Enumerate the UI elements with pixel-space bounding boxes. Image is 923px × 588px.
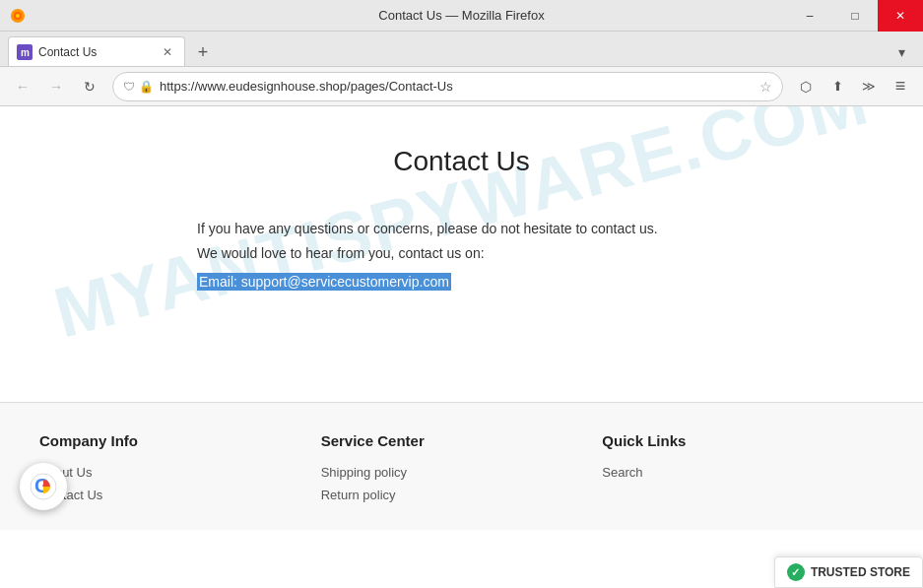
trusted-store-badge[interactable]: ✓ TRUSTED STORE: [774, 556, 923, 588]
extensions-button[interactable]: ≫: [854, 72, 884, 101]
footer-link-return[interactable]: Return policy: [321, 488, 603, 502]
page-title: Contact Us: [197, 146, 726, 177]
pocket-button[interactable]: ⬡: [791, 72, 821, 101]
toolbar: ← → ↻ 🛡 🔒 ☆ ⬡ ⬆ ≫ ≡: [0, 67, 923, 106]
tab-bar-right: ▾: [888, 38, 915, 66]
tab-favicon: m: [17, 44, 33, 60]
address-icons: 🛡 🔒: [123, 80, 154, 94]
trusted-check-icon: ✓: [787, 563, 805, 581]
footer-link-contact[interactable]: Contact Us: [39, 488, 321, 502]
email-link[interactable]: Email: support@servicecustomervip.com: [197, 273, 451, 291]
forward-button[interactable]: →: [41, 72, 71, 101]
main-content: Contact Us If you have any questions or …: [0, 106, 923, 402]
google-assistant-bubble[interactable]: G: [20, 463, 67, 510]
shield-icon: 🛡: [123, 80, 135, 94]
reload-button[interactable]: ↻: [75, 72, 104, 101]
footer-col-company: Company Info About Us Contact Us: [39, 432, 321, 510]
webpage: MYANTISPYWARE.COM Contact Us If you have…: [0, 106, 923, 588]
footer-link-search[interactable]: Search: [602, 465, 884, 480]
trusted-store-label: TRUSTED STORE: [811, 565, 910, 579]
share-button[interactable]: ⬆: [823, 72, 852, 101]
close-button[interactable]: ✕: [878, 0, 923, 32]
footer: Company Info About Us Contact Us Service…: [0, 402, 923, 530]
tab-list-button[interactable]: ▾: [888, 38, 915, 66]
window-controls: – □ ✕: [787, 0, 923, 31]
tab-title: Contact Us: [38, 45, 159, 59]
footer-col1-title: Company Info: [39, 432, 321, 449]
footer-link-shipping[interactable]: Shipping policy: [321, 465, 603, 480]
lock-icon: 🔒: [139, 80, 154, 94]
back-button[interactable]: ←: [8, 72, 37, 101]
address-right-icons: ☆: [759, 79, 772, 95]
address-bar-container[interactable]: 🛡 🔒 ☆: [112, 72, 783, 101]
tab-bar: m Contact Us ✕ + ▾: [0, 32, 923, 67]
contact-text: If you have any questions or concerns, p…: [197, 217, 726, 295]
menu-button[interactable]: ≡: [886, 72, 915, 101]
url-input[interactable]: [160, 79, 759, 94]
new-tab-button[interactable]: +: [189, 38, 217, 66]
footer-link-about[interactable]: About Us: [39, 465, 321, 480]
svg-text:m: m: [21, 47, 30, 58]
page-content: Contact Us If you have any questions or …: [0, 106, 923, 530]
footer-col2-title: Service Center: [321, 432, 603, 449]
paragraph2: We would love to hear from you, contact …: [197, 241, 726, 266]
footer-col3-title: Quick Links: [602, 432, 884, 449]
bookmark-icon[interactable]: ☆: [759, 79, 772, 95]
footer-col-quick: Quick Links Search: [602, 432, 884, 510]
tab-close-button[interactable]: ✕: [159, 43, 176, 61]
footer-col-service: Service Center Shipping policy Return po…: [321, 432, 603, 510]
firefox-icon: [10, 8, 26, 24]
window-title: Contact Us — Mozilla Firefox: [378, 8, 544, 23]
maximize-button[interactable]: □: [832, 0, 878, 32]
paragraph1: If you have any questions or concerns, p…: [197, 217, 726, 241]
svg-point-2: [16, 14, 20, 18]
minimize-button[interactable]: –: [787, 0, 832, 32]
active-tab[interactable]: m Contact Us ✕: [8, 36, 185, 66]
title-bar: Contact Us — Mozilla Firefox – □ ✕: [0, 0, 923, 32]
footer-columns: Company Info About Us Contact Us Service…: [39, 432, 884, 510]
toolbar-right: ⬡ ⬆ ≫ ≡: [791, 72, 915, 101]
